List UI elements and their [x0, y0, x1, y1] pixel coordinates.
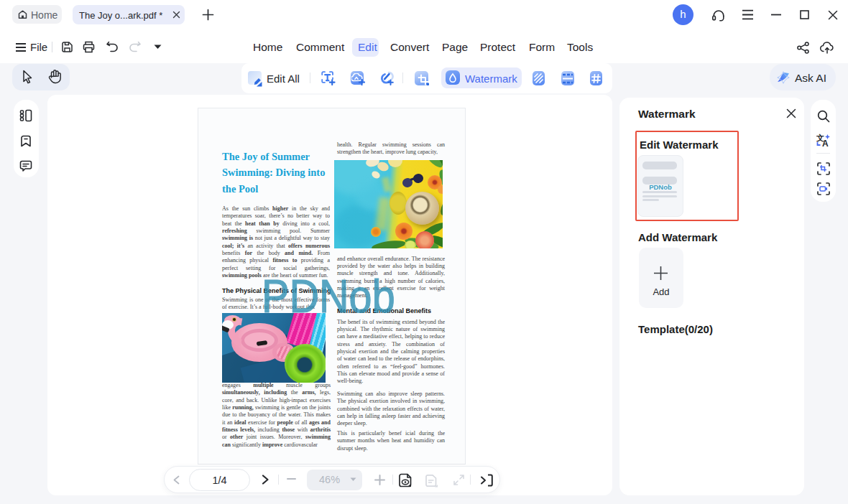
svg-text:A: A	[822, 139, 829, 148]
